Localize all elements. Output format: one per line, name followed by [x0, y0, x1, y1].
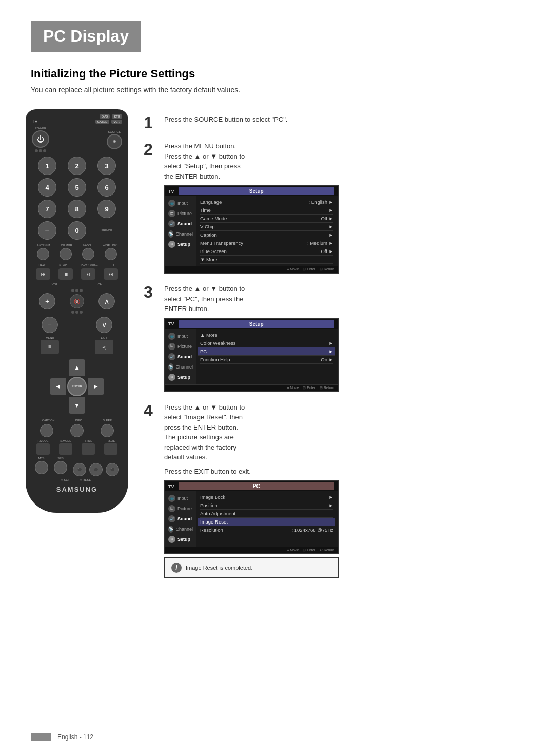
smode-label: S.MODE [60, 439, 71, 442]
step-3-content: Press the ▲ or ▼ button to select "PC", … [164, 284, 533, 392]
circle-btn-2[interactable]: ⚫ [89, 463, 103, 476]
psize-button[interactable] [104, 443, 117, 455]
pmode-button[interactable] [36, 443, 50, 455]
vol-down-button[interactable]: − [42, 317, 58, 333]
step-4-content: Press the ▲ or ▼ button to select "Image… [164, 402, 533, 578]
num-5-button[interactable]: 5 [68, 178, 86, 197]
nav-up-button[interactable]: ▲ [69, 359, 85, 376]
page-header: PC Display [31, 21, 141, 52]
tv-footer-3: ♦ Move ⊡ Enter ↩ Return [165, 547, 338, 553]
antenna-button[interactable] [37, 248, 49, 260]
mute-button[interactable]: 🔇 [70, 294, 84, 308]
sidebar-channel-1: 📡 Channel [165, 229, 196, 239]
num-0-button[interactable]: 0 [68, 221, 86, 240]
num-6-button[interactable]: 6 [97, 178, 116, 197]
sidebar-channel-3: 📡 Channel [165, 524, 196, 534]
nav-down-button[interactable]: ▼ [69, 397, 85, 414]
mts-button[interactable] [35, 461, 48, 474]
tv-footer-2: ♦ Move ⊡ Enter ⊟ Return [165, 384, 338, 391]
sidebar-picture-1: 🖼 Picture [165, 208, 196, 219]
tv-label: TV [32, 119, 38, 124]
tv-screen-2-header: Setup [179, 320, 334, 328]
power-button[interactable]: ⏻ [32, 130, 49, 148]
power-label: POWER [35, 127, 47, 130]
tv-screen-1: TV Setup 📺 Input 🖼 Picture [164, 185, 339, 274]
tv-sidebar-1: 📺 Input 🖼 Picture 🔊 Sound [165, 196, 196, 266]
step-4-number: 4 [144, 402, 156, 419]
vol-ch-section: + 🔇 ∧ [32, 289, 122, 314]
menu-pc-highlighted: PC► [198, 347, 335, 356]
ch-mgr-button[interactable] [60, 248, 72, 260]
sidebar-input-2: 📺 Input [165, 331, 196, 341]
transport-labels: REW STOP PLAY/PAUSE FF [32, 263, 122, 266]
tv-screen-1-header: Setup [179, 187, 334, 195]
num-4-button[interactable]: 4 [38, 178, 56, 197]
menu-function-help: Function Help: On ► [200, 356, 333, 364]
footer-text: English - 112 [57, 733, 93, 741]
step-1-number: 1 [144, 114, 156, 131]
main-content: TV DVD STB CABLE VCR POWER ⏻ [21, 109, 533, 588]
sidebar-channel-2: 📡 Channel [165, 362, 196, 372]
vol-up-button[interactable]: + [39, 293, 55, 309]
step-2-content: Press the MENU button. Press the ▲ or ▼ … [164, 141, 533, 274]
step-3-text: Press the ▲ or ▼ button to select "PC", … [164, 284, 533, 314]
ch-down-button[interactable]: ∨ [96, 317, 112, 333]
cable-label: CABLE [95, 120, 110, 124]
reset-label: ○ RESET [80, 478, 93, 481]
tv-main-3: Image Lock► Position► Auto Adjustment Im… [196, 491, 338, 547]
pmode-label: P.MODE [38, 439, 49, 442]
play-pause-button[interactable]: ⏯ [81, 268, 95, 280]
num-8-button[interactable]: 8 [68, 200, 86, 218]
tv-footer-1: ♦ Move ⊡ Enter ⊟ Return [165, 266, 338, 273]
sidebar-setup-3: ⚙ Setup [165, 534, 196, 545]
num-7-button[interactable]: 7 [38, 200, 56, 218]
num-3-button[interactable]: 3 [97, 157, 116, 175]
still-button[interactable] [82, 443, 95, 455]
stop-button[interactable]: ⏹ [58, 268, 73, 280]
footer-bar [31, 733, 51, 741]
info-box: i Image Reset is completed. [164, 557, 339, 578]
tv-screen-2: TV Setup 📺 Input 🖼 Picture [164, 318, 339, 392]
sleep-button[interactable] [101, 424, 114, 437]
tv-sidebar-2: 📺 Input 🖼 Picture 🔊 Sound [165, 329, 196, 384]
ff-button[interactable]: ⏭ [104, 268, 118, 280]
rew-button[interactable]: ⏮ [36, 268, 50, 280]
sidebar-sound-2: 🔊 Sound [165, 352, 196, 362]
step-1-text: Press the SOURCE button to select "PC". [164, 114, 533, 125]
menu-more-down: ▼ More [200, 256, 333, 264]
exit-button[interactable]: ◄) [95, 340, 113, 354]
tv-label-3: TV [168, 484, 174, 489]
dash-button[interactable]: − [38, 221, 56, 240]
nav-right-button[interactable]: ► [88, 378, 104, 395]
step-4-text: Press the ▲ or ▼ button to select "Image… [164, 402, 533, 462]
wise-link-button[interactable] [105, 248, 117, 260]
enter-button[interactable]: ENTER [67, 377, 87, 396]
nav-cross: ▲ ▼ ◄ ► ENTER [49, 358, 105, 415]
srs-label: SRS [57, 457, 63, 460]
source-button[interactable]: ⊕ [107, 134, 122, 149]
nav-left-button[interactable]: ◄ [50, 378, 66, 395]
menu-label: MENU [46, 336, 54, 339]
mts-srs-row: MTS SRS ⚫ ⚫ ⚫ [32, 457, 122, 476]
exit-text: Press the EXIT button to exit. [164, 467, 533, 477]
fav-ch-button[interactable] [82, 248, 94, 260]
info-box-text: Image Reset is completed. [186, 565, 252, 571]
caption-button[interactable] [40, 424, 53, 437]
ch-up-button[interactable]: ∧ [98, 293, 115, 309]
remote-wrapper: TV DVD STB CABLE VCR POWER ⏻ [21, 109, 133, 588]
circle-btn-1[interactable]: ⚫ [73, 463, 86, 476]
sidebar-setup-1: ⚙ Setup [165, 239, 196, 249]
num-9-button[interactable]: 9 [97, 200, 116, 218]
menu-color-weakness: Color Weakness► [200, 339, 333, 347]
caption-info-sleep-row [32, 424, 122, 437]
srs-button[interactable] [54, 461, 67, 474]
smode-button[interactable] [59, 443, 72, 455]
num-2-button[interactable]: 2 [68, 157, 86, 175]
menu-blue-screen: Blue Screen: Off ► [200, 247, 333, 256]
menu-image-reset-highlighted: Image Reset [198, 518, 335, 526]
menu-button[interactable]: ☰ [41, 340, 59, 354]
step-2-number: 2 [144, 141, 156, 158]
num-1-button[interactable]: 1 [38, 157, 56, 175]
circle-btn-3[interactable]: ⚫ [106, 463, 119, 476]
info-button[interactable] [70, 424, 84, 437]
